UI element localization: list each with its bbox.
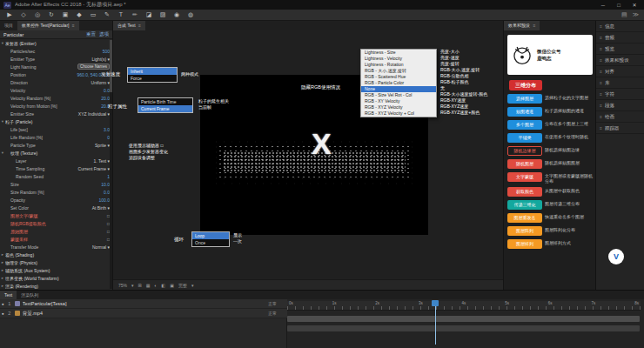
dropdown-item[interactable]: Lightness - Rotation [361, 62, 436, 68]
tool-icon[interactable]: ▶ [5, 11, 14, 18]
docked-panel-tab[interactable]: ≡ 对齐 [596, 66, 644, 77]
dropdown-item[interactable]: RGB - Scattered Hue [361, 74, 436, 80]
close-button[interactable]: ✕ [628, 2, 641, 8]
dropdown-item[interactable]: None [361, 86, 436, 92]
param-value[interactable]: At Birth ▾ [92, 205, 110, 211]
param-value[interactable]: XYZ Individual ▾ [78, 111, 110, 117]
layer-name[interactable]: 背景.mp4 [23, 311, 265, 317]
zoom-level[interactable]: 75% [118, 283, 127, 288]
param-row[interactable]: Emitter Type Light(s) ▾ [0, 55, 112, 63]
dropdown-item[interactable]: RGB - XYZ Velocity + Col [361, 110, 436, 117]
param-value[interactable]: 3.0 [104, 127, 110, 132]
docked-panel-tab[interactable]: ≡ 跟踪器 [596, 123, 644, 134]
param-row[interactable]: ▸ 着色 (Shading) [0, 251, 112, 258]
param-row[interactable]: Life Random [%] 0 [0, 133, 112, 141]
param-row[interactable]: Life [sec] 3.0 [0, 125, 112, 133]
layer-duration-bar[interactable] [287, 316, 640, 322]
param-row[interactable]: Random Seed 1 [0, 172, 112, 180]
param-value[interactable]: Sprite ▾ [95, 143, 110, 148]
param-value[interactable]: 1. Text ▾ [93, 158, 110, 164]
param-row[interactable]: Velocity Random [%] 20.0 [0, 94, 112, 102]
tab-project[interactable]: 项目 [0, 21, 17, 30]
tool-icon[interactable]: ▣ [61, 11, 70, 18]
param-row[interactable]: Velocity from Motion [%] 20.0 [0, 102, 112, 110]
tab-effects-presets[interactable]: 效果和预设 ≡ [504, 21, 540, 30]
param-row[interactable]: ▸ 辅助系统 (Aux System) [0, 266, 112, 274]
param-row[interactable]: ▾ 纹理 (Texture) [0, 149, 112, 157]
param-row[interactable]: ▾ 发射器 (Emitter) [0, 39, 112, 47]
param-row[interactable]: Time Sampling Current Frame ▾ [0, 164, 112, 172]
viewer-menu-icon[interactable]: ≡ [138, 23, 141, 28]
layer-row[interactable]: ● 1 TextParticular[Tessa] 正常 [0, 299, 287, 309]
dropdown-item[interactable]: RGB - XY Velocity [361, 98, 436, 104]
timeline-tab[interactable]: Text [0, 291, 17, 299]
param-row[interactable]: Emitter Size XYZ Individual ▾ [0, 110, 112, 117]
param-row[interactable]: Opacity 100.0 [0, 196, 112, 204]
time-ruler[interactable]: 0s1s2s3s4s5s6s7s8s [287, 301, 641, 311]
param-value[interactable]: 10.0 [101, 182, 110, 187]
playhead-line[interactable] [435, 301, 436, 345]
tool-icon[interactable]: ◪ [144, 11, 153, 18]
param-row[interactable]: Layer 1. Text ▾ [0, 157, 112, 164]
param-row[interactable]: Light Naming Choose Names [0, 63, 112, 70]
docked-panel-tab[interactable]: ≡ 段落 [596, 100, 644, 111]
viewer-option-icon[interactable]: ▣ [170, 283, 174, 288]
viewer-option-icon[interactable]: ◐ [154, 283, 157, 288]
tool-icon[interactable]: ◎ [33, 11, 42, 18]
param-value[interactable]: Choose Names [77, 64, 110, 70]
toolbar-menu-icon[interactable]: ▤ [621, 11, 627, 18]
param-row[interactable]: 原始图层 □ [0, 227, 112, 235]
tool-icon[interactable]: ✏ [131, 11, 139, 18]
param-value[interactable]: 500 [103, 49, 110, 54]
playhead-handle[interactable] [432, 300, 439, 306]
layer-row[interactable]: ● 2 背景.mp4 正常 [0, 309, 287, 318]
docked-panel-tab[interactable]: ≡ 字符 [596, 89, 644, 100]
param-row[interactable]: Transfer Mode Normal ▾ [0, 243, 112, 251]
resolution-chevron-icon[interactable]: ▾ [191, 283, 194, 288]
resolution-select[interactable]: 完整 [178, 283, 187, 288]
param-value[interactable]: Normal ▾ [92, 244, 110, 250]
label-color-swatch[interactable] [15, 301, 20, 306]
visibility-eye-icon[interactable]: ● [2, 311, 4, 316]
tool-icon[interactable]: ▭ [89, 11, 97, 18]
param-value[interactable]: 20.0 [101, 96, 110, 101]
docked-panel-tab[interactable]: ≡ 效果和预设 [596, 55, 644, 66]
param-row[interactable]: 图层文字/蒙版 □ [0, 211, 112, 219]
minimize-button[interactable]: ─ [597, 3, 609, 8]
param-value[interactable]: Light(s) ▾ [91, 57, 110, 62]
docked-panel-tab[interactable]: ≡ 库 [596, 77, 644, 89]
panel-menu-icon[interactable]: ≡ [72, 23, 75, 28]
dropdown-item[interactable]: Lightness - Velocity [361, 56, 436, 62]
timeline-tab[interactable]: 渲染队列 [17, 291, 43, 299]
layer-name[interactable]: TextParticular[Tessa] [23, 301, 265, 306]
dropdown-item[interactable]: Lightness - Size [361, 50, 436, 56]
param-row[interactable]: ▸ 渲染 (Rendering) [0, 282, 112, 290]
param-value[interactable]: 0.0 [104, 88, 110, 93]
blend-mode[interactable]: 正常 [268, 301, 285, 306]
blend-mode[interactable]: 正常 [268, 311, 285, 316]
dropdown-item[interactable]: RGB - Size Vel Rot - Col [361, 92, 436, 98]
viewer-option-icon[interactable]: ◧ [162, 283, 166, 288]
tool-icon[interactable]: ◇ [19, 11, 28, 18]
panel-menu-icon[interactable]: ≡ [533, 23, 535, 28]
maximize-button[interactable]: □ [613, 3, 625, 8]
param-row[interactable]: Size Random [%] 0.0 [0, 188, 112, 196]
param-row[interactable]: Particle Type Sprite ▾ [0, 141, 112, 149]
param-row[interactable]: 蒙版采样 □ [0, 235, 112, 243]
dropdown-item[interactable]: RGB - XYZ Velocity [361, 104, 436, 110]
layer-duration-bar[interactable] [287, 325, 640, 331]
viewer-option-icon[interactable]: ▦ [146, 283, 151, 288]
tool-icon[interactable]: ◍ [186, 11, 195, 18]
param-row[interactable]: Direction Uniform ▾ [0, 78, 112, 86]
tool-icon[interactable]: T [117, 11, 125, 18]
tool-icon[interactable]: ↻ [47, 11, 56, 18]
options-link[interactable]: 选项 [99, 31, 109, 37]
zoom-chevron-icon[interactable]: ▾ [131, 283, 134, 288]
param-row[interactable]: ▸ 物理学 (Physics) [0, 258, 112, 266]
dropdown-item[interactable]: RGB - Particle Color [361, 80, 436, 86]
param-row[interactable]: Position 960.0, 540.0, 0.0 [0, 70, 112, 78]
param-row[interactable]: Size 10.0 [0, 180, 112, 188]
param-row[interactable]: Set Color At Birth ▾ [0, 204, 112, 211]
docked-panel-tab[interactable]: ≡ 预览 [596, 44, 644, 55]
param-row[interactable]: Velocity 0.0 [0, 86, 112, 94]
